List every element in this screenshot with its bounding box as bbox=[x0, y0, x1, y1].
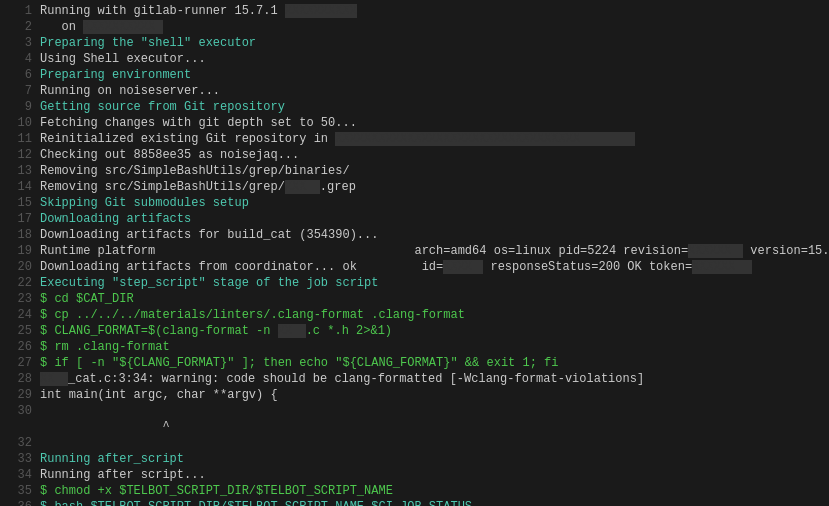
line-content: $ if [ -n "${CLANG_FORMAT}" ]; then echo… bbox=[40, 356, 821, 370]
log-line-2: 2 on XXXXXXXXXX bbox=[0, 20, 829, 36]
log-line-19: 19 Runtime platform arch=amd64 os=linux … bbox=[0, 244, 829, 260]
line-content: Checking out 8858ee35 as noisejaq... bbox=[40, 148, 821, 162]
log-line-36: 36 $ bash $TELBOT_SCRIPT_DIR/$TELBOT_SCR… bbox=[0, 500, 829, 506]
line-content: Getting source from Git repository bbox=[40, 100, 821, 114]
line-num: 30 bbox=[8, 404, 32, 418]
line-content: Runtime platform arch=amd64 os=linux pid… bbox=[40, 244, 829, 258]
log-line-31: ^ bbox=[0, 420, 829, 436]
line-num: 11 bbox=[8, 132, 32, 146]
line-content: ^ bbox=[40, 420, 821, 434]
line-num: 14 bbox=[8, 180, 32, 194]
line-num: 13 bbox=[8, 164, 32, 178]
line-content: Running after script... bbox=[40, 468, 821, 482]
line-num: 1 bbox=[8, 4, 32, 18]
log-line-10: 10 Fetching changes with git depth set t… bbox=[0, 116, 829, 132]
redacted-value: XX bbox=[278, 324, 306, 338]
log-line-7: 7 Running on noiseserver... bbox=[0, 84, 829, 100]
log-line-14: 14 Removing src/SimpleBashUtils/grep/XXX… bbox=[0, 180, 829, 196]
line-num: 22 bbox=[8, 276, 32, 290]
log-line-27: 27 $ if [ -n "${CLANG_FORMAT}" ]; then e… bbox=[0, 356, 829, 372]
line-num: 9 bbox=[8, 100, 32, 114]
line-content: Running after_script bbox=[40, 452, 821, 466]
line-content: $ bash $TELBOT_SCRIPT_DIR/$TELBOT_SCRIPT… bbox=[40, 500, 821, 506]
line-num: 4 bbox=[8, 52, 32, 66]
line-content: Downloading artifacts from coordinator..… bbox=[40, 260, 821, 274]
line-num: 12 bbox=[8, 148, 32, 162]
line-num: 10 bbox=[8, 116, 32, 130]
redacted-value: XXXXXXXXXX bbox=[285, 4, 357, 18]
terminal-output: 1 Running with gitlab-runner 15.7.1 XXXX… bbox=[0, 0, 829, 506]
log-line-35: 35 $ chmod +x $TELBOT_SCRIPT_DIR/$TELBOT… bbox=[0, 484, 829, 500]
log-line-11: 11 Reinitialized existing Git repository… bbox=[0, 132, 829, 148]
line-content bbox=[40, 404, 821, 418]
log-line-3: 3 Preparing the "shell" executor bbox=[0, 36, 829, 52]
line-content: $ rm .clang-format bbox=[40, 340, 821, 354]
line-num: 20 bbox=[8, 260, 32, 274]
line-content: $ chmod +x $TELBOT_SCRIPT_DIR/$TELBOT_SC… bbox=[40, 484, 821, 498]
log-line-6: 6 Preparing environment bbox=[0, 68, 829, 84]
redacted-value: XXX bbox=[285, 180, 320, 194]
line-content: $ CLANG_FORMAT=$(clang-format -n XX.c *.… bbox=[40, 324, 821, 338]
line-num: 27 bbox=[8, 356, 32, 370]
log-line-1: 1 Running with gitlab-runner 15.7.1 XXXX… bbox=[0, 4, 829, 20]
log-line-32: 32 bbox=[0, 436, 829, 452]
line-num: 26 bbox=[8, 340, 32, 354]
line-num: 33 bbox=[8, 452, 32, 466]
redacted-value: XXXXXXXXXX bbox=[83, 20, 163, 34]
log-line-28: 28 XX_cat.c:3:34: warning: code should b… bbox=[0, 372, 829, 388]
line-content: Removing src/SimpleBashUtils/grep/binari… bbox=[40, 164, 821, 178]
line-content: Reinitialized existing Git repository in… bbox=[40, 132, 821, 146]
line-content: Removing src/SimpleBashUtils/grep/XXX.gr… bbox=[40, 180, 821, 194]
line-num: 17 bbox=[8, 212, 32, 226]
redacted-value: XXXXXX bbox=[688, 244, 743, 258]
line-num: 18 bbox=[8, 228, 32, 242]
line-num: 34 bbox=[8, 468, 32, 482]
redacted-value: XXXXXX bbox=[692, 260, 752, 274]
log-line-34: 34 Running after script... bbox=[0, 468, 829, 484]
log-line-15: 15 Skipping Git submodules setup bbox=[0, 196, 829, 212]
line-content: Skipping Git submodules setup bbox=[40, 196, 821, 210]
line-content: XX_cat.c:3:34: warning: code should be c… bbox=[40, 372, 821, 386]
line-content: int main(int argc, char **argv) { bbox=[40, 388, 821, 402]
line-content: Using Shell executor... bbox=[40, 52, 821, 66]
line-num: 19 bbox=[8, 244, 32, 258]
line-content: Downloading artifacts bbox=[40, 212, 821, 226]
log-line-9: 9 Getting source from Git repository bbox=[0, 100, 829, 116]
line-num: 7 bbox=[8, 84, 32, 98]
log-line-20: 20 Downloading artifacts from coordinato… bbox=[0, 260, 829, 276]
line-content: Preparing environment bbox=[40, 68, 821, 82]
log-line-22: 22 Executing "step_script" stage of the … bbox=[0, 276, 829, 292]
log-line-12: 12 Checking out 8858ee35 as noisejaq... bbox=[0, 148, 829, 164]
line-num: 24 bbox=[8, 308, 32, 322]
line-num: 36 bbox=[8, 500, 32, 506]
line-content: Fetching changes with git depth set to 5… bbox=[40, 116, 821, 130]
log-line-24: 24 $ cp ../../../materials/linters/.clan… bbox=[0, 308, 829, 324]
log-line-13: 13 Removing src/SimpleBashUtils/grep/bin… bbox=[0, 164, 829, 180]
log-line-18: 18 Downloading artifacts for build_cat (… bbox=[0, 228, 829, 244]
line-num: 35 bbox=[8, 484, 32, 498]
log-line-30: 30 bbox=[0, 404, 829, 420]
log-line-26: 26 $ rm .clang-format bbox=[0, 340, 829, 356]
log-line-4: 4 Using Shell executor... bbox=[0, 52, 829, 68]
log-line-23: 23 $ cd $CAT_DIR bbox=[0, 292, 829, 308]
line-content: Preparing the "shell" executor bbox=[40, 36, 821, 50]
line-content: $ cd $CAT_DIR bbox=[40, 292, 821, 306]
line-content: Running on noiseserver... bbox=[40, 84, 821, 98]
log-line-17: 17 Downloading artifacts bbox=[0, 212, 829, 228]
line-num: 23 bbox=[8, 292, 32, 306]
line-content: Executing "step_script" stage of the job… bbox=[40, 276, 821, 290]
log-line-33: 33 Running after_script bbox=[0, 452, 829, 468]
line-num: 29 bbox=[8, 388, 32, 402]
line-num: 32 bbox=[8, 436, 32, 450]
line-num: 3 bbox=[8, 36, 32, 50]
line-content: $ cp ../../../materials/linters/.clang-f… bbox=[40, 308, 821, 322]
line-num: 15 bbox=[8, 196, 32, 210]
log-line-25: 25 $ CLANG_FORMAT=$(clang-format -n XX.c… bbox=[0, 324, 829, 340]
line-content: Running with gitlab-runner 15.7.1 XXXXXX… bbox=[40, 4, 821, 18]
redacted-value: XXXX bbox=[443, 260, 483, 274]
line-content: on XXXXXXXXXX bbox=[40, 20, 821, 34]
line-num: 6 bbox=[8, 68, 32, 82]
redacted-value: XX bbox=[40, 372, 68, 386]
line-num: 2 bbox=[8, 20, 32, 34]
log-line-29: 29 int main(int argc, char **argv) { bbox=[0, 388, 829, 404]
